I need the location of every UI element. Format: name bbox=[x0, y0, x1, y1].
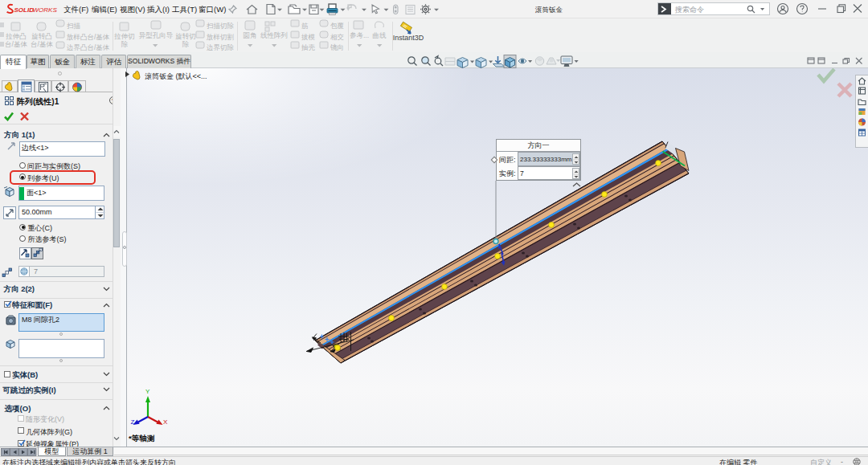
svg-text:SOLID: SOLID bbox=[14, 6, 35, 14]
svg-text:WORKS: WORKS bbox=[33, 6, 58, 14]
svg-text:Y: Y bbox=[145, 388, 150, 395]
svg-text:Z: Z bbox=[131, 418, 135, 426]
svg-text:X: X bbox=[163, 418, 168, 426]
